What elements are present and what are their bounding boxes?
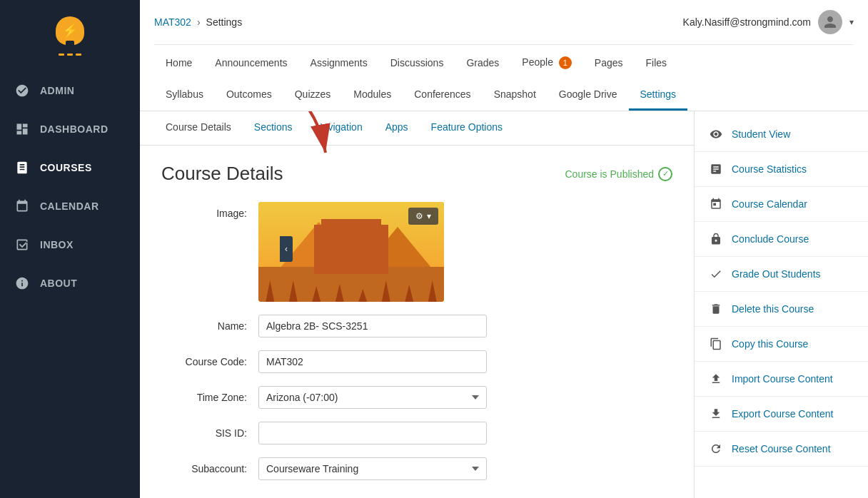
course-code-field-row: Course Code:	[161, 350, 672, 373]
conclude-course-link[interactable]: Conclude Course	[695, 222, 868, 257]
tab-google-drive[interactable]: Google Drive	[547, 80, 629, 111]
sis-input[interactable]	[258, 422, 487, 444]
main-panel: Course Details Sections Navigation Apps …	[140, 111, 694, 498]
tab-assignments[interactable]: Assignments	[299, 49, 379, 79]
breadcrumb-page: Settings	[206, 16, 243, 28]
student-view-link[interactable]: Student View	[695, 117, 868, 152]
inbox-icon	[14, 237, 30, 253]
sub-tab-navigation[interactable]: Navigation	[304, 111, 374, 145]
sidebar-label-admin: ADMIN	[40, 85, 74, 96]
import-content-label: Import Course Content	[732, 373, 833, 385]
course-details-title: Course Details	[161, 163, 283, 185]
grade-out-students-label: Grade Out Students	[732, 268, 821, 280]
sub-tab-apps[interactable]: Apps	[374, 111, 420, 145]
sidebar-item-admin[interactable]: ADMIN	[0, 71, 140, 110]
calendar-icon	[14, 198, 30, 214]
sub-tab-sections[interactable]: Sections	[243, 111, 304, 145]
sis-field-row: SIS ID:	[161, 422, 672, 444]
nav-tabs-row1: Home Announcements Assignments Discussio…	[154, 45, 854, 80]
delete-course-link[interactable]: Delete this Course	[695, 292, 868, 327]
sidebar-item-inbox[interactable]: INBOX	[0, 225, 140, 264]
logo-bolt-icon: ⚡	[62, 23, 78, 39]
published-label: Course is Published	[565, 168, 654, 180]
download-icon	[709, 407, 723, 421]
published-check-icon: ✓	[658, 167, 672, 181]
user-menu[interactable]: Kaly.Nasiff@strongmind.com ▾	[683, 10, 854, 34]
checkmark-icon	[709, 267, 723, 281]
sidebar-item-dashboard[interactable]: DASHBOARD	[0, 110, 140, 148]
subaccount-select[interactable]: Courseware Training	[258, 457, 487, 480]
sidebar-item-about[interactable]: ABOUT	[0, 264, 140, 303]
reset-content-link[interactable]: Reset Course Content	[695, 432, 868, 467]
dashboard-icon	[14, 121, 30, 137]
people-badge: 1	[559, 56, 572, 69]
timezone-select[interactable]: Arizona (-07:00)	[258, 386, 487, 409]
tab-home[interactable]: Home	[154, 49, 203, 79]
trash-icon	[709, 302, 723, 316]
reset-icon	[709, 442, 723, 456]
sidebar-nav: ADMIN DASHBOARD COURSES CALENDAR INBOX	[0, 71, 140, 498]
nav-tabs-row2: Syllabus Outcomes Quizzes Modules Confer…	[154, 80, 854, 111]
course-code-input[interactable]	[258, 350, 487, 373]
grade-out-students-link[interactable]: Grade Out Students	[695, 257, 868, 292]
image-label: Image:	[161, 202, 247, 219]
collapse-sidebar-button[interactable]: ‹	[280, 236, 293, 262]
copy-icon	[709, 337, 723, 351]
right-sidebar: Student View Course Statistics Course Ca…	[694, 111, 868, 498]
reset-content-label: Reset Course Content	[732, 443, 831, 454]
subaccount-label: Subaccount:	[161, 457, 247, 474]
sidebar-label-calendar: CALENDAR	[40, 200, 99, 212]
published-status: Course is Published ✓	[565, 167, 672, 181]
course-code-label: Course Code:	[161, 350, 247, 367]
tab-pages[interactable]: Pages	[583, 49, 635, 79]
courses-icon	[14, 160, 30, 176]
gear-icon: ⚙	[415, 211, 423, 221]
main-content: ‹ MAT302 › Settings Kaly.Nasiff@strongmi…	[140, 0, 868, 498]
course-statistics-link[interactable]: Course Statistics	[695, 152, 868, 187]
tab-files[interactable]: Files	[635, 49, 679, 79]
about-icon	[14, 275, 30, 291]
sub-tabs: Course Details Sections Navigation Apps …	[140, 111, 694, 146]
tab-grades[interactable]: Grades	[455, 49, 510, 79]
breadcrumb-separator: ›	[197, 16, 201, 28]
sub-tab-course-details[interactable]: Course Details	[154, 111, 243, 145]
course-details-form: Course Details Course is Published ✓ Ima…	[140, 146, 694, 498]
chart-icon	[709, 162, 723, 176]
course-details-header: Course Details Course is Published ✓	[161, 163, 672, 185]
export-content-label: Export Course Content	[732, 408, 833, 420]
tab-syllabus[interactable]: Syllabus	[154, 80, 215, 111]
tab-settings[interactable]: Settings	[629, 80, 688, 111]
lock-icon	[709, 232, 723, 246]
name-input[interactable]	[258, 315, 487, 337]
student-view-label: Student View	[732, 128, 790, 140]
import-content-link[interactable]: Import Course Content	[695, 362, 868, 397]
name-label: Name:	[161, 315, 247, 332]
tab-conferences[interactable]: Conferences	[403, 80, 482, 111]
image-settings-button[interactable]: ⚙ ▾	[408, 208, 438, 225]
conclude-course-label: Conclude Course	[732, 233, 809, 245]
copy-course-label: Copy this Course	[732, 338, 808, 350]
tab-quizzes[interactable]: Quizzes	[283, 80, 343, 111]
export-content-link[interactable]: Export Course Content	[695, 397, 868, 432]
tab-announcements[interactable]: Announcements	[203, 49, 298, 79]
course-calendar-link[interactable]: Course Calendar	[695, 187, 868, 222]
user-email: Kaly.Nasiff@strongmind.com	[683, 16, 811, 28]
breadcrumb-course[interactable]: MAT302	[154, 16, 191, 28]
course-statistics-label: Course Statistics	[732, 163, 807, 175]
timezone-field-row: Time Zone: Arizona (-07:00)	[161, 386, 672, 409]
sub-tab-feature-options[interactable]: Feature Options	[420, 111, 514, 145]
logo: ⚡	[0, 0, 140, 71]
tab-modules[interactable]: Modules	[342, 80, 403, 111]
course-calendar-label: Course Calendar	[732, 198, 807, 210]
sidebar-item-courses[interactable]: COURSES	[0, 148, 140, 187]
tab-people[interactable]: People 1	[510, 48, 582, 80]
name-field-row: Name:	[161, 315, 672, 337]
content-area: Course Details Sections Navigation Apps …	[140, 111, 868, 498]
avatar	[818, 10, 842, 34]
sidebar-item-calendar[interactable]: CALENDAR	[0, 187, 140, 225]
copy-course-link[interactable]: Copy this Course	[695, 327, 868, 362]
eye-icon	[709, 127, 723, 141]
tab-snapshot[interactable]: Snapshot	[483, 80, 547, 111]
tab-outcomes[interactable]: Outcomes	[215, 80, 283, 111]
tab-discussions[interactable]: Discussions	[379, 49, 455, 79]
